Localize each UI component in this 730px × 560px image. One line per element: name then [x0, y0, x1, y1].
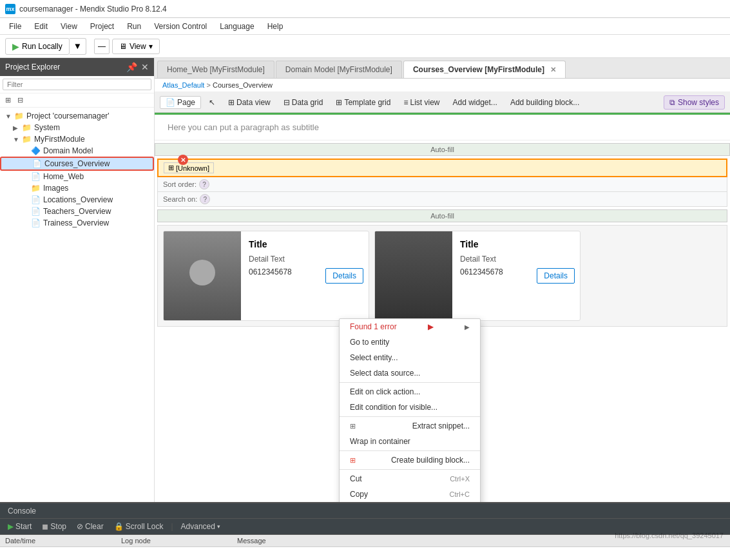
page-icon: 📄 — [31, 195, 41, 204]
page-toolbar-list-view[interactable]: ≡ List view — [398, 97, 445, 108]
run-locally-button[interactable]: ▶ Run Locally — [5, 38, 70, 55]
sort-info-icon[interactable]: ? — [199, 179, 209, 189]
sidebar-item-home-web[interactable]: ▶ 📄 Home_Web — [0, 171, 154, 182]
page-toolbar-add-building-block[interactable]: Add building block... — [505, 97, 584, 108]
page-toolbar-cursor[interactable]: ↖ — [204, 97, 220, 108]
sidebar-item-courses-overview[interactable]: ▶ 📄 Courses_Overview — [0, 157, 154, 171]
lock-icon: 🔒 — [114, 522, 124, 531]
menu-project[interactable]: Project — [84, 21, 120, 32]
context-menu-create-building-block[interactable]: ⊞ Create building block... — [340, 452, 480, 468]
show-styles-button[interactable]: ⧉ Show styles — [664, 95, 725, 110]
pin-icon[interactable]: 📌 — [126, 62, 137, 72]
tab-label: Courses_Overview [MyFirstModule] — [413, 65, 544, 74]
menu-version-control[interactable]: Version Control — [148, 21, 213, 32]
breadcrumb-part1[interactable]: Atlas_Default — [162, 81, 204, 89]
page-toolbar-page[interactable]: 📄 Page — [160, 96, 201, 109]
sidebar-filter-input[interactable] — [3, 79, 151, 90]
sidebar-item-trainess-overview[interactable]: ▶ 📄 Trainess_Overview — [0, 217, 154, 229]
styles-icon: ⧉ — [669, 98, 675, 107]
page-icon: 📄 — [166, 98, 175, 107]
context-menu-found-error[interactable]: Found 1 error ▶ — [340, 319, 480, 334]
card-title: Title — [249, 239, 361, 249]
menu-run[interactable]: Run — [120, 21, 148, 32]
console-start-button[interactable]: ▶ Start — [5, 521, 34, 532]
clear-icon: ⊘ — [77, 522, 83, 531]
sidebar-item-label: MyFirstModule — [34, 135, 85, 144]
menu-file[interactable]: File — [3, 21, 28, 32]
sidebar-item-system[interactable]: ▶ 📁 System — [0, 122, 154, 133]
stop-square-icon: ◼ — [42, 522, 48, 531]
sort-row: Sort order: ? — [157, 177, 727, 192]
run-locally-group: ▶ Run Locally ▼ — [5, 38, 86, 55]
view-button[interactable]: 🖥 View ▾ — [112, 39, 160, 54]
images-folder-icon: 📁 — [31, 184, 41, 193]
search-info-icon[interactable]: ? — [200, 194, 210, 204]
sidebar-title: Project Explorer — [5, 63, 60, 72]
sidebar-item-images[interactable]: ▶ 📁 Images — [0, 182, 154, 194]
console-clear-button[interactable]: ⊘ Clear — [74, 521, 106, 532]
page-toolbar-template-grid[interactable]: ⊞ Template grid — [331, 97, 396, 108]
context-menu-copy[interactable]: Copy Ctrl+C — [340, 487, 480, 502]
card-image — [164, 231, 241, 320]
sidebar-item-project[interactable]: ▼ 📁 Project 'coursemanager' — [0, 110, 154, 122]
context-menu-edit-condition[interactable]: Edit condition for visible... — [340, 400, 480, 415]
console-stop-button[interactable]: ◼ Stop — [39, 521, 69, 532]
designer-area: Here you can put a paragraph as subtitle… — [155, 115, 730, 502]
expand-all-button[interactable]: ⊞ — [3, 95, 14, 106]
console-advanced-button[interactable]: Advanced ▾ — [178, 521, 223, 532]
menu-view[interactable]: View — [54, 21, 84, 32]
snippet-icon: ⊞ — [350, 422, 356, 430]
context-menu-separator-3 — [340, 450, 480, 451]
menu-language[interactable]: Language — [213, 21, 260, 32]
unknown-widget-header[interactable]: ⊞ [Unknown] ✕ — [157, 159, 727, 177]
sidebar-item-myfirstmodule[interactable]: ▼ 📁 MyFirstModule — [0, 133, 154, 145]
page-toolbar-data-grid[interactable]: ⊟ Data grid — [278, 97, 329, 108]
window-controls: — — [94, 39, 110, 54]
breadcrumb: Atlas_Default > Courses_Overview — [155, 79, 730, 92]
sidebar-item-locations-overview[interactable]: ▶ 📄 Locations_Overview — [0, 194, 154, 206]
tab-domain-model[interactable]: Domain Model [MyFirstModule] — [276, 61, 402, 78]
sidebar-header-icons: 📌 ✕ — [126, 62, 149, 72]
auto-fill-bar: Auto-fill — [155, 143, 730, 156]
sidebar-item-teachers-overview[interactable]: ▶ 📄 Teachers_Overview — [0, 206, 154, 217]
card-image-2 — [375, 231, 452, 320]
card-1: Title Detail Text 0612345678 Details — [163, 231, 369, 321]
play-icon: ▶ — [12, 41, 19, 52]
menu-bar: File Edit View Project Run Version Contr… — [0, 18, 730, 35]
context-menu-separator-2 — [340, 416, 480, 417]
domain-model-icon: 🔷 — [31, 146, 41, 155]
console-header: Console — [0, 503, 730, 519]
context-menu-cut[interactable]: Cut Ctrl+X — [340, 471, 480, 487]
context-menu-extract-snippet[interactable]: ⊞ Extract snippet... — [340, 418, 480, 434]
page-toolbar-add-widget[interactable]: Add widget... — [448, 97, 503, 108]
context-menu-select-data-source[interactable]: Select data source... — [340, 365, 480, 381]
menu-edit[interactable]: Edit — [28, 21, 54, 32]
tab-close-button[interactable]: ✕ — [550, 66, 556, 73]
context-menu-select-entity[interactable]: Select entity... — [340, 350, 480, 365]
tab-courses-overview[interactable]: Courses_Overview [MyFirstModule] ✕ — [403, 61, 566, 78]
details-button-2[interactable]: Details — [537, 268, 575, 284]
sidebar-item-domain-model[interactable]: ▶ 🔷 Domain Model — [0, 145, 154, 157]
console-scroll-lock-button[interactable]: 🔒 Scroll Lock — [111, 521, 166, 532]
module-folder-icon: 📁 — [22, 135, 32, 144]
auto-fill-bar-2: Auto-fill — [157, 209, 727, 222]
run-locally-label: Run Locally — [22, 42, 62, 51]
collapse-all-button[interactable]: ⊟ — [15, 95, 26, 106]
context-menu-wrap-container[interactable]: Wrap in container — [340, 434, 480, 449]
page-toolbar-data-view[interactable]: ⊞ Data view — [223, 97, 276, 108]
tab-home-web[interactable]: Home_Web [MyFirstModule] — [157, 61, 274, 78]
main-layout: Project Explorer 📌 ✕ ⊞ ⊟ ▼ 📁 Project 'co… — [0, 58, 730, 502]
close-icon[interactable]: ✕ — [141, 62, 149, 72]
menu-help[interactable]: Help — [261, 21, 290, 32]
sidebar-item-label: Trainess_Overview — [43, 218, 109, 227]
card-2: Title Detail Text 0612345678 Details — [374, 231, 581, 321]
details-button[interactable]: Details — [325, 268, 363, 284]
context-menu-edit-on-click[interactable]: Edit on click action... — [340, 384, 480, 400]
context-menu-go-to-entity[interactable]: Go to entity — [340, 334, 480, 350]
app-title: coursemanager - Mendix Studio Pro 8.12.4 — [19, 5, 167, 14]
run-locally-dropdown[interactable]: ▼ — [70, 38, 86, 55]
sidebar-tree: ▼ 📁 Project 'coursemanager' ▶ 📁 System ▼… — [0, 108, 154, 502]
subtitle-area: Here you can put a paragraph as subtitle — [155, 115, 730, 140]
content-area: Home_Web [MyFirstModule] Domain Model [M… — [155, 58, 730, 502]
minimize-button[interactable]: — — [94, 39, 110, 54]
